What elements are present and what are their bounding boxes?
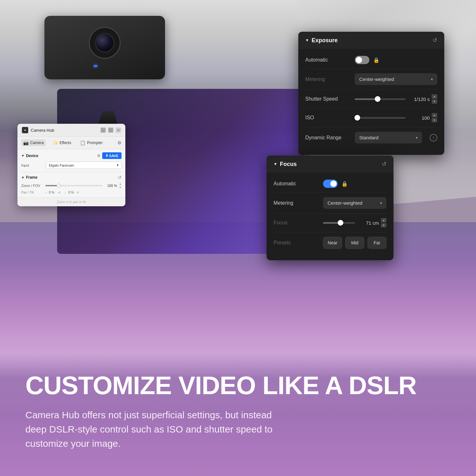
focus-value-box: 71 cm ▲ ▼: [360, 218, 387, 228]
pan-x-value: 0 %: [49, 191, 54, 194]
zoom-label: Zoom / FOV: [21, 184, 43, 188]
webcam-led: [94, 65, 97, 67]
preset-far-button[interactable]: Far: [367, 237, 387, 249]
focus-panel-header: ▼ Focus ↺: [267, 155, 393, 173]
headline: CUSTOMIZE VIDEO LIKE A DSLR: [25, 373, 451, 398]
iso-slider[interactable]: [355, 117, 406, 119]
preset-near-button[interactable]: Near: [323, 237, 342, 249]
dynamic-range-row: Dynamic Range Standard ▾ i: [305, 127, 437, 148]
focus-metering-label: Metering: [274, 200, 318, 206]
shutter-down-button[interactable]: ▼: [432, 99, 437, 104]
frame-section-title: ▼ Frame: [21, 175, 37, 180]
webcam-lens-housing: [89, 27, 121, 59]
close-button[interactable]: ✕: [116, 128, 121, 133]
pan-label: Pan / Tilt: [21, 191, 43, 194]
nav-effects[interactable]: ✨ Effects: [51, 139, 73, 146]
shutter-speed-stepper[interactable]: ▲ ▼: [432, 94, 437, 104]
focus-slider-area: [323, 222, 355, 224]
exposure-panel-header: ▼ Exposure ↺: [298, 32, 444, 49]
iso-up-button[interactable]: ▲: [432, 113, 437, 117]
zoom-slider[interactable]: [45, 185, 102, 186]
focus-automatic-toggle[interactable]: [323, 180, 338, 188]
focus-slider[interactable]: [323, 222, 355, 224]
app-content: ▼ Device ≡ ⬇ SAVE Input Elgato Facecam ▾…: [17, 149, 125, 197]
webcam-lens: [95, 33, 114, 52]
automatic-label: Automatic: [305, 57, 350, 63]
input-label: Input: [21, 163, 43, 167]
nav-camera[interactable]: 📷 Camera: [21, 139, 46, 146]
dynamic-range-label: Dynamic Range: [305, 135, 350, 141]
focus-panel-body: Automatic 🔒 Metering Center-weighted ▾ F…: [267, 173, 393, 260]
exposure-automatic-row: Automatic 🔒: [305, 51, 437, 69]
iso-stepper[interactable]: ▲ ▼: [432, 113, 437, 122]
lock-icon: 🔒: [373, 57, 380, 63]
pan-row: Pan / Tilt ↔ 0 % ↺ ↕ 0 % ↺: [21, 191, 122, 194]
focus-toggle-container: 🔒: [323, 180, 348, 188]
zoom-up[interactable]: ▲: [119, 182, 122, 185]
focus-value: 71 cm: [360, 220, 379, 226]
metering-label: Metering: [305, 76, 350, 82]
focus-metering-row: Metering Center-weighted ▾: [274, 193, 387, 214]
maximize-button[interactable]: □: [108, 128, 113, 133]
focus-panel: ▼ Focus ↺ Automatic 🔒 Metering Center-we…: [267, 155, 393, 260]
shutter-speed-label: Shutter Speed: [305, 96, 350, 102]
shutter-speed-value-box: 1/120 s ▲ ▼: [411, 94, 437, 104]
focus-automatic-label: Automatic: [274, 181, 318, 187]
frame-section-header: ▼ Frame ↺: [21, 175, 122, 180]
iso-row: ISO 100 ▲ ▼: [305, 109, 437, 127]
dynamic-range-info-icon[interactable]: i: [430, 134, 437, 142]
titlebar: ● Camera Hub — □ ✕: [17, 124, 125, 137]
zoom-down[interactable]: ▼: [119, 186, 122, 189]
dynamic-range-dropdown[interactable]: Standard ▾: [355, 132, 422, 143]
preset-buttons: Near Mid Far: [323, 237, 387, 249]
pan-reset-icon[interactable]: ↺: [58, 191, 61, 194]
minimize-button[interactable]: —: [101, 128, 106, 133]
shutter-speed-value: 1/120 s: [411, 96, 430, 102]
focus-label: Focus: [274, 220, 318, 226]
webcam-body: [44, 16, 165, 79]
focus-automatic-row: Automatic 🔒: [274, 175, 387, 193]
shutter-up-button[interactable]: ▲: [432, 94, 437, 99]
app-logo: ●: [22, 127, 28, 133]
focus-reset-icon[interactable]: ↺: [382, 161, 387, 168]
app-nav: 📷 Camera ✨ Effects 📋 Prompter ⚙: [17, 137, 125, 149]
metering-row: Metering Center-weighted ▾: [305, 69, 437, 90]
focus-chevron-icon: ▼: [274, 162, 277, 166]
shutter-speed-slider-area: [355, 98, 406, 100]
save-button[interactable]: ⬇ SAVE: [102, 152, 122, 159]
iso-value-box: 100 ▲ ▼: [411, 113, 437, 122]
subtext: Camera Hub offers not just superficial s…: [25, 408, 295, 451]
frame-section: ▼ Frame ↺ Zoom / FOV 100 % ▲ ▼ Pan / Til…: [21, 172, 122, 194]
focus-stepper[interactable]: ▲ ▼: [381, 218, 387, 228]
focus-metering-dropdown[interactable]: Center-weighted ▾: [323, 197, 387, 209]
exposure-chevron-icon: ▼: [305, 38, 309, 43]
exposure-reset-icon[interactable]: ↺: [433, 37, 437, 44]
app-footer: Zoom in to pan or tilt: [17, 197, 125, 206]
window-controls: — □ ✕: [101, 128, 121, 133]
frame-reset-icon[interactable]: ↺: [118, 175, 122, 180]
metering-dropdown[interactable]: Center-weighted ▾: [355, 73, 437, 85]
focus-presets-row: Presets Near Mid Far: [274, 232, 387, 253]
exposure-panel: ▼ Exposure ↺ Automatic 🔒 Metering Center…: [298, 32, 444, 155]
iso-slider-area: [355, 117, 406, 119]
settings-icon[interactable]: ⚙: [117, 140, 122, 145]
focus-up-button[interactable]: ▲: [381, 218, 387, 222]
shutter-speed-row: Shutter Speed 1/120 s ▲ ▼: [305, 90, 437, 109]
tilt-reset-icon[interactable]: ↺: [76, 191, 79, 194]
focus-title: ▼ Focus: [274, 161, 297, 168]
list-icon[interactable]: ≡: [97, 153, 100, 159]
input-row: Input Elgato Facecam ▾: [21, 162, 122, 169]
iso-label: ISO: [305, 115, 350, 121]
nav-prompter[interactable]: 📋 Prompter: [78, 139, 104, 146]
input-dropdown[interactable]: Elgato Facecam ▾: [46, 162, 122, 169]
zoom-value: 100 %: [104, 184, 117, 188]
webcam-mount: [98, 111, 117, 124]
bottom-section: CUSTOMIZE VIDEO LIKE A DSLR Camera Hub o…: [0, 354, 476, 476]
focus-down-button[interactable]: ▼: [381, 223, 387, 228]
automatic-toggle[interactable]: [355, 56, 369, 64]
shutter-speed-slider[interactable]: [355, 98, 406, 100]
iso-down-button[interactable]: ▼: [432, 118, 437, 122]
preset-mid-button[interactable]: Mid: [345, 237, 364, 249]
focus-lock-icon: 🔒: [341, 181, 348, 187]
section-actions: ≡ ⬇ SAVE: [97, 152, 122, 159]
